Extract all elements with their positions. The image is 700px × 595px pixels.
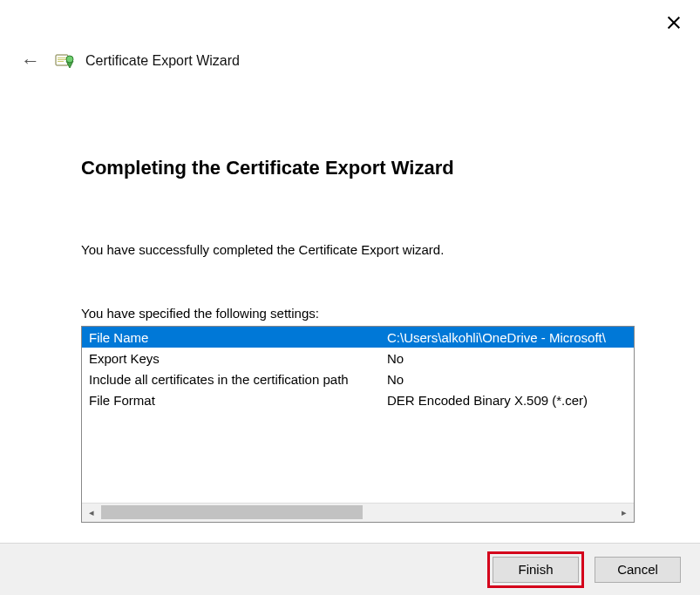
- svg-rect-3: [58, 61, 64, 62]
- back-arrow-icon[interactable]: ←: [17, 51, 44, 71]
- cell-label: Export Keys: [89, 351, 387, 366]
- cancel-button[interactable]: Cancel: [595, 557, 681, 583]
- close-icon[interactable]: [667, 16, 681, 30]
- scroll-track[interactable]: [101, 504, 615, 522]
- dialog-footer: Finish Cancel: [0, 543, 700, 595]
- cell-value: C:\Users\alkohli\OneDrive - Microsoft\: [387, 330, 627, 345]
- page-heading: Completing the Certificate Export Wizard: [81, 157, 639, 179]
- certificate-wizard-icon: [54, 51, 75, 71]
- scroll-thumb[interactable]: [101, 505, 363, 519]
- cell-value: No: [387, 372, 627, 387]
- success-message: You have successfully completed the Cert…: [81, 242, 639, 257]
- cell-label: File Name: [89, 330, 387, 345]
- settings-label: You have specified the following setting…: [81, 306, 639, 321]
- table-row[interactable]: File Format DER Encoded Binary X.509 (*.…: [82, 389, 634, 410]
- svg-rect-2: [58, 59, 66, 60]
- cell-value: No: [387, 351, 627, 366]
- finish-button[interactable]: Finish: [493, 557, 579, 583]
- main-content: Completing the Certificate Export Wizard…: [0, 71, 700, 523]
- horizontal-scrollbar[interactable]: ◂ ▸: [82, 503, 634, 522]
- table-row[interactable]: Include all certificates in the certific…: [82, 368, 634, 389]
- table-row[interactable]: Export Keys No: [82, 348, 634, 368]
- scroll-right-icon[interactable]: ▸: [615, 504, 634, 523]
- settings-table: File Name C:\Users\alkohli\OneDrive - Mi…: [81, 326, 635, 523]
- table-row[interactable]: File Name C:\Users\alkohli\OneDrive - Mi…: [82, 327, 634, 348]
- cell-label: File Format: [89, 393, 387, 408]
- wizard-title: Certificate Export Wizard: [85, 53, 240, 69]
- wizard-header: ← Certificate Export Wizard: [0, 0, 700, 71]
- scroll-left-icon[interactable]: ◂: [82, 504, 101, 523]
- svg-rect-1: [58, 57, 66, 58]
- svg-point-4: [66, 56, 73, 63]
- finish-highlight: Finish: [487, 551, 584, 588]
- cell-label: Include all certificates in the certific…: [89, 372, 387, 387]
- cell-value: DER Encoded Binary X.509 (*.cer): [387, 393, 627, 408]
